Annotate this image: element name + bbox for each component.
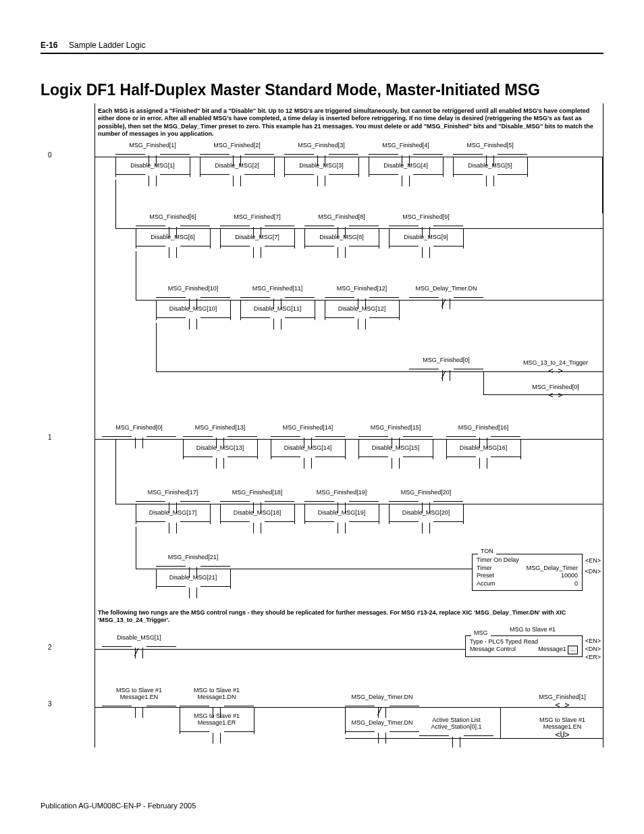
- page-header: E-16 Sample Ladder Logic: [41, 41, 603, 54]
- rung-number: 2: [48, 644, 52, 651]
- rung-number: 0: [48, 151, 52, 159]
- rung-number: 1: [48, 434, 52, 441]
- rung-comment-0: Each MSG is assigned a "Finished" bit an…: [95, 106, 603, 142]
- ellipsis-button[interactable]: ...: [568, 646, 578, 654]
- ladder-diagram: Each MSG is assigned a "Finished" bit an…: [95, 103, 603, 748]
- publication-footer: Publication AG-UM008C-EN-P - February 20…: [41, 802, 603, 810]
- rung-number: 3: [48, 700, 52, 708]
- msg-instruction: MSG Type - PLC5 Typed Read Message Contr…: [465, 635, 583, 657]
- ton-instruction: TON Timer On Delay TimerMSG_Delay_Timer …: [472, 554, 583, 591]
- page-title: Logix DF1 Half-Duplex Master Standard Mo…: [41, 81, 603, 99]
- section-title: Sample Ladder Logic: [69, 41, 145, 50]
- page-number: E-16: [41, 41, 57, 50]
